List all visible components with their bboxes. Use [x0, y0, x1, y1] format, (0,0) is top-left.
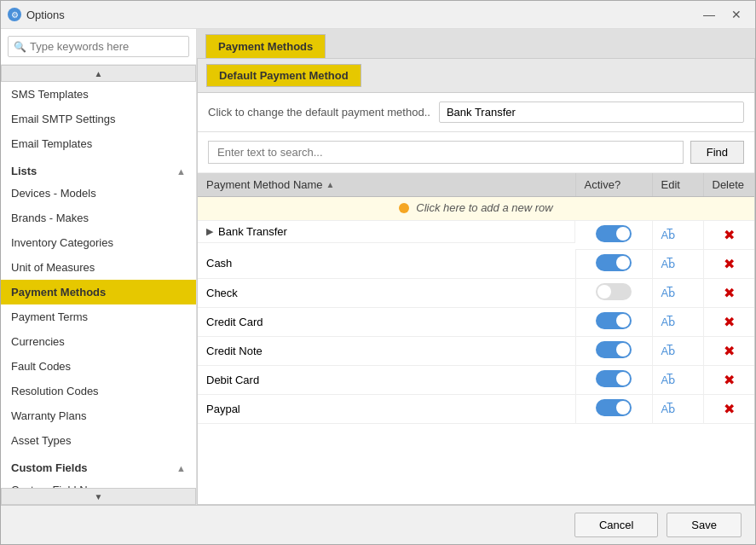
custom-fields-section-label: Custom Fields	[11, 461, 88, 474]
sidebar-item-warranty-plans[interactable]: Warranty Plans	[1, 403, 196, 428]
search-icon: 🔍	[14, 41, 26, 53]
toggle-bank-transfer[interactable]	[596, 225, 632, 242]
default-label: Click to change the default payment meth…	[208, 106, 430, 119]
delete-button-debit-card[interactable]: ✖	[724, 373, 735, 387]
sidebar-scroll: SMS Templates Email SMTP Settings Email …	[1, 82, 196, 488]
table-row: Check Ab̅ ✖	[198, 278, 754, 307]
sidebar-section-lists: Lists ▲	[1, 156, 196, 181]
main-panel: Payment Methods Default Payment Method C…	[197, 29, 755, 505]
sidebar-item-payment-terms[interactable]: Payment Terms	[1, 304, 196, 329]
sidebar-item-unit-of-measures[interactable]: Unit of Measures	[1, 255, 196, 280]
edit-button-cash[interactable]: Ab̅	[661, 258, 695, 270]
row-expand-icon[interactable]: ▶	[206, 226, 213, 237]
main-window: ⚙ Options — ✕ 🔍 ▲ SMS Templates Email SM…	[0, 0, 756, 545]
panel-body: Default Payment Method Click to change t…	[197, 58, 755, 505]
minimize-button[interactable]: —	[697, 6, 721, 23]
table-row: Cash Ab̅ ✖	[198, 249, 754, 278]
row-name-check: Check	[198, 278, 575, 307]
edit-button-credit-card[interactable]: Ab̅	[661, 316, 695, 328]
default-payment-method-tab[interactable]: Default Payment Method	[206, 64, 361, 87]
add-row-text: Click here to add a new row	[416, 201, 552, 214]
delete-button-credit-card[interactable]: ✖	[724, 315, 735, 329]
panel-tabs: Payment Methods	[197, 29, 755, 58]
delete-button-credit-note[interactable]: ✖	[724, 344, 735, 358]
row-name-debit-card: Debit Card	[198, 365, 575, 394]
row-name-cash: Cash	[198, 249, 575, 278]
dropdown-wrap: Bank Transfer Cash Check Credit Card Cre…	[439, 101, 744, 123]
search-input[interactable]	[30, 40, 183, 53]
cancel-button[interactable]: Cancel	[574, 513, 658, 537]
table-header-row: Payment Method Name ▲ Active? Edit Delet…	[198, 173, 754, 197]
main-content: 🔍 ▲ SMS Templates Email SMTP Settings Em…	[1, 29, 755, 505]
table-row: Debit Card Ab̅ ✖	[198, 365, 754, 394]
toggle-credit-note[interactable]	[596, 341, 632, 358]
delete-button-paypal[interactable]: ✖	[724, 402, 735, 416]
col-header-active: Active?	[575, 173, 652, 197]
row-name-paypal: Paypal	[198, 394, 575, 423]
find-button[interactable]: Find	[690, 141, 744, 164]
toggle-check[interactable]	[596, 283, 632, 300]
window-title: Options	[26, 9, 65, 21]
table-search-input[interactable]	[208, 141, 684, 164]
custom-fields-collapse-icon[interactable]: ▲	[176, 463, 186, 473]
sub-tab-bar: Default Payment Method	[198, 59, 754, 93]
sidebar-item-custom-field-names[interactable]: Custom Field Names	[1, 478, 196, 488]
payment-methods-table: Payment Method Name ▲ Active? Edit Delet…	[198, 173, 754, 424]
app-icon: ⚙	[8, 8, 21, 21]
footer: Cancel Save	[1, 505, 755, 544]
search-section: Find	[198, 132, 754, 173]
sidebar: 🔍 ▲ SMS Templates Email SMTP Settings Em…	[1, 29, 197, 505]
toggle-cash[interactable]	[596, 254, 632, 271]
default-payment-section: Click to change the default payment meth…	[198, 93, 754, 132]
scroll-up-button[interactable]: ▲	[1, 65, 196, 82]
row-name-bank-transfer: ▶ Bank Transfer	[198, 221, 575, 243]
edit-button-credit-note[interactable]: Ab̅	[661, 345, 695, 357]
sidebar-item-email-smtp[interactable]: Email SMTP Settings	[1, 107, 196, 131]
edit-button-debit-card[interactable]: Ab̅	[661, 374, 695, 386]
col-header-delete: Delete	[703, 173, 754, 197]
sidebar-item-email-templates[interactable]: Email Templates	[1, 131, 196, 156]
table-row: ▶ Bank Transfer Ab̅ ✖	[198, 220, 754, 249]
default-payment-dropdown[interactable]: Bank Transfer Cash Check Credit Card Cre…	[439, 101, 744, 123]
lists-section-label: Lists	[11, 165, 37, 177]
sidebar-item-asset-types[interactable]: Asset Types	[1, 428, 196, 453]
table-row: Paypal Ab̅ ✖	[198, 394, 754, 423]
sidebar-item-brands-makes[interactable]: Brands - Makes	[1, 206, 196, 230]
search-box: 🔍	[1, 29, 196, 65]
sidebar-item-resolution-codes[interactable]: Resolution Codes	[1, 379, 196, 403]
add-new-row[interactable]: Click here to add a new row	[198, 197, 754, 221]
row-name-credit-note: Credit Note	[198, 336, 575, 365]
col-header-edit: Edit	[652, 173, 703, 197]
row-name-credit-card: Credit Card	[198, 307, 575, 336]
lists-collapse-icon[interactable]: ▲	[176, 166, 186, 177]
sidebar-item-devices-models[interactable]: Devices - Models	[1, 181, 196, 206]
delete-button-bank-transfer[interactable]: ✖	[724, 228, 735, 242]
toggle-paypal[interactable]	[596, 399, 632, 416]
payment-methods-tab[interactable]: Payment Methods	[205, 34, 326, 58]
close-button[interactable]: ✕	[724, 6, 748, 23]
toggle-credit-card[interactable]	[596, 312, 632, 329]
sidebar-item-inventory-categories[interactable]: Inventory Categories	[1, 230, 196, 255]
table-row: Credit Note Ab̅ ✖	[198, 336, 754, 365]
delete-button-cash[interactable]: ✖	[724, 257, 735, 271]
edit-button-paypal[interactable]: Ab̅	[661, 403, 695, 415]
delete-button-check[interactable]: ✖	[724, 286, 735, 300]
sidebar-item-payment-methods[interactable]: Payment Methods	[1, 280, 196, 304]
title-bar: ⚙ Options — ✕	[1, 1, 755, 29]
scroll-down-button[interactable]: ▼	[1, 488, 196, 505]
sidebar-item-currencies[interactable]: Currencies	[1, 329, 196, 354]
sort-icon: ▲	[326, 180, 335, 189]
add-row-indicator	[399, 203, 409, 213]
edit-button-bank-transfer[interactable]: Ab̅	[661, 229, 695, 241]
toggle-debit-card[interactable]	[596, 370, 632, 387]
sidebar-section-custom-fields: Custom Fields ▲	[1, 453, 196, 478]
edit-button-check[interactable]: Ab̅	[661, 287, 695, 299]
table-row: Credit Card Ab̅ ✖	[198, 307, 754, 336]
sidebar-item-fault-codes[interactable]: Fault Codes	[1, 354, 196, 379]
table-section: Payment Method Name ▲ Active? Edit Delet…	[198, 173, 754, 504]
col-header-name[interactable]: Payment Method Name ▲	[198, 173, 575, 197]
sidebar-item-sms-templates[interactable]: SMS Templates	[1, 82, 196, 107]
save-button[interactable]: Save	[667, 513, 742, 537]
